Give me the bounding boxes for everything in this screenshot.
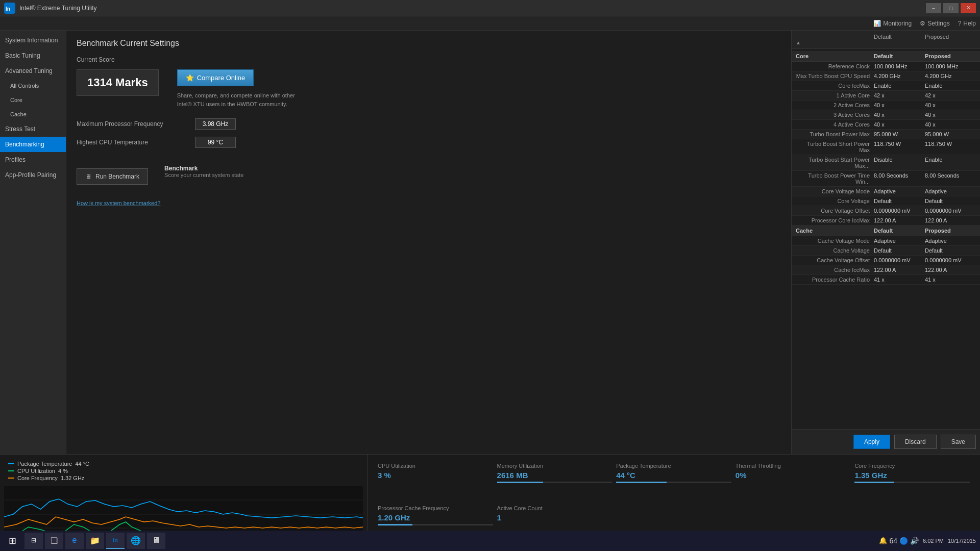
sidebar-item-app-profile-pairing[interactable]: App-Profile Pairing xyxy=(0,167,66,183)
core-table-row: 4 Active Cores 40 x 40 x xyxy=(792,120,980,130)
sidebar-item-cache[interactable]: Cache xyxy=(0,107,66,121)
how-benchmarked-link[interactable]: How is my system benchmarked? xyxy=(77,200,781,206)
core-table-row: Core IccMax Enable Enable xyxy=(792,81,980,91)
cpu-util-value: 4 % xyxy=(58,468,68,474)
run-benchmark-button[interactable]: 🖥 Run Benchmark xyxy=(77,168,148,185)
right-panel-content: Core Default Proposed Reference Clock 10… xyxy=(792,49,980,429)
taskbar-app-0[interactable]: ⊟ xyxy=(24,533,43,549)
max-freq-row: Maximum Processor Frequency 3.98 GHz xyxy=(77,118,781,130)
stat-mem-util-bar xyxy=(497,482,612,483)
svg-text:In: In xyxy=(6,6,10,12)
stat-mem-util-label: Memory Utilization xyxy=(497,463,612,469)
right-panel-footer: Apply Discard Save xyxy=(792,429,980,454)
benchmark-label: Benchmark xyxy=(164,165,243,172)
core-table-row: Reference Clock 100.000 MHz 100.000 MHz xyxy=(792,62,980,71)
compare-icon: ⭐ xyxy=(186,74,194,82)
settings-menu[interactable]: ⚙ Settings xyxy=(920,20,949,27)
cache-rows: Cache Voltage Mode Adaptive Adaptive Cac… xyxy=(792,236,980,285)
help-icon: ? xyxy=(958,20,962,27)
stat-cache-freq-bar-fill xyxy=(378,524,412,525)
core-freq-color xyxy=(8,478,14,479)
close-button[interactable]: ✕ xyxy=(961,3,976,13)
legend-core-freq: Core Frequency 1.32 GHz xyxy=(8,475,359,481)
taskbar-system-icons: 🔔 64 🔵 🔊 xyxy=(879,537,919,545)
taskbar-app-4[interactable]: In xyxy=(106,533,125,549)
sidebar-item-system-information[interactable]: System Information xyxy=(0,33,66,48)
discard-button[interactable]: Discard xyxy=(894,435,937,449)
cache-table-row: Cache Voltage Default Default xyxy=(792,246,980,256)
apply-button[interactable]: Apply xyxy=(853,435,890,449)
intel-logo: In xyxy=(4,3,15,14)
cache-table-row: Cache Voltage Offset 0.0000000 mV 0.0000… xyxy=(792,256,980,265)
core-default-header: Default xyxy=(874,53,925,59)
max-temp-row: Highest CPU Temperature 99 °C xyxy=(77,137,781,148)
monitoring-menu[interactable]: 📊 Monitoring xyxy=(873,20,912,27)
taskbar-app-6[interactable]: 🖥 xyxy=(147,533,165,549)
core-table-row: 2 Active Cores 40 x 40 x xyxy=(792,101,980,110)
maximize-button[interactable]: □ xyxy=(943,3,959,13)
stat-core-freq-value: 1.35 GHz xyxy=(854,471,970,480)
settings-icon: ⚙ xyxy=(920,20,925,27)
core-table-row: Turbo Boost Power Time Win... 8.00 Secon… xyxy=(792,171,980,187)
cpu-util-color xyxy=(8,470,14,471)
titlebar: In Intel® Extreme Tuning Utility − □ ✕ xyxy=(0,0,980,16)
taskbar-app-5[interactable]: 🌐 xyxy=(127,533,145,549)
stat-mem-util-value: 2616 MB xyxy=(497,471,612,480)
cpu-util-label: CPU Utilization xyxy=(17,468,55,474)
stat-cache-freq-label: Processor Cache Frequency xyxy=(378,505,493,511)
taskbar-icon-2: 🔵 xyxy=(899,537,908,545)
cache-table-row: Cache Voltage Mode Adaptive Adaptive xyxy=(792,236,980,246)
core-label: Core xyxy=(796,53,874,59)
taskbar-app-3[interactable]: 📁 xyxy=(86,533,104,549)
taskbar-apps: ⊟ ❑ e 📁 In 🌐 🖥 xyxy=(24,533,165,549)
app-title: Intel® Extreme Tuning Utility xyxy=(19,5,926,12)
sidebar-item-benchmarking[interactable]: Benchmarking xyxy=(0,137,66,152)
stat-thermal-value: 0% xyxy=(736,471,851,480)
sidebar-item-basic-tuning[interactable]: Basic Tuning xyxy=(0,48,66,63)
max-freq-label: Maximum Processor Frequency xyxy=(77,120,189,128)
benchmark-score: 1314 Marks xyxy=(77,69,159,96)
cache-label: Cache xyxy=(796,228,874,234)
core-table-row: Core Voltage Default Default xyxy=(792,196,980,206)
menubar: 📊 Monitoring ⚙ Settings ? Help xyxy=(0,16,980,31)
sidebar-item-profiles[interactable]: Profiles xyxy=(0,152,66,167)
right-panel-header: Default Proposed ▲ xyxy=(792,31,980,49)
stat-pkg-temp-value: 44 °C xyxy=(616,471,731,480)
stat-cpu-util-value: 3 % xyxy=(378,471,493,480)
sidebar-item-all-controls[interactable]: All Controls xyxy=(0,79,66,93)
right-panel: Default Proposed ▲ Core Default Proposed… xyxy=(791,31,980,454)
core-table-row: Turbo Boost Power Max 95.000 W 95.000 W xyxy=(792,130,980,139)
taskbar-app-2[interactable]: e xyxy=(65,533,84,549)
stat-core-freq-bar-fill xyxy=(854,482,894,483)
save-button[interactable]: Save xyxy=(941,435,976,449)
taskbar-date: 10/17/2015 xyxy=(948,538,976,544)
default-header: Default xyxy=(874,34,925,40)
stat-thermal-label: Thermal Throttling xyxy=(736,463,851,469)
stat-cpu-util-label: CPU Utilization xyxy=(378,463,493,469)
current-score-label: Current Score xyxy=(77,56,781,63)
core-table-row: Max Turbo Boost CPU Speed 4.200 GHz 4.20… xyxy=(792,71,980,81)
sidebar-item-stress-test[interactable]: Stress Test xyxy=(0,121,66,137)
sidebar-item-advanced-tuning[interactable]: Advanced Tuning xyxy=(0,63,66,79)
stat-pkg-temp-bar xyxy=(616,482,731,483)
package-temp-value: 44 °C xyxy=(75,461,89,467)
core-table-row: Turbo Boost Short Power Max 118.750 W 11… xyxy=(792,139,980,155)
benchmark-icon: 🖥 xyxy=(85,173,91,180)
taskbar-app-1[interactable]: ❑ xyxy=(45,533,63,549)
stat-pkg-temp-label: Package Temperature xyxy=(616,463,731,469)
compare-online-button[interactable]: ⭐ Compare Online xyxy=(177,69,254,86)
help-menu[interactable]: ? Help xyxy=(958,20,976,27)
max-temp-label: Highest CPU Temperature xyxy=(77,139,189,146)
max-freq-value: 3.98 GHz xyxy=(195,118,236,130)
core-table-row: Core Voltage Offset 0.0000000 mV 0.00000… xyxy=(792,206,980,216)
sidebar-item-core[interactable]: Core xyxy=(0,93,66,107)
core-section-header: Core Default Proposed xyxy=(792,51,980,62)
collapse-icon[interactable]: ▲ xyxy=(796,40,874,45)
minimize-button[interactable]: − xyxy=(926,3,941,13)
cache-proposed-header: Proposed xyxy=(925,228,976,234)
stat-thermal-throttling: Thermal Throttling 0% xyxy=(736,463,851,501)
start-button[interactable]: ⊞ xyxy=(4,533,20,549)
stat-cache-freq-bar xyxy=(378,524,493,525)
main-container: System Information Basic Tuning Advanced… xyxy=(0,31,980,454)
stat-cache-freq-value: 1.20 GHz xyxy=(378,513,493,522)
